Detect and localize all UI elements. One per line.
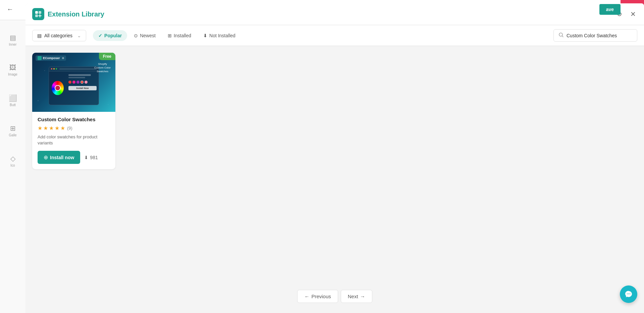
- icon-item-icon: ◇: [10, 154, 15, 163]
- search-value: Custom Color Swatches: [567, 33, 617, 38]
- filter-tab-newest[interactable]: ⊙ Newest: [128, 30, 161, 41]
- modal-title: Extension Library: [48, 10, 104, 18]
- swatch-red-2: [80, 81, 84, 84]
- icon-item-label: Ico: [10, 164, 15, 167]
- search-box[interactable]: Custom Color Swatches: [553, 29, 637, 42]
- inner-icon: ▤: [10, 34, 16, 42]
- card-image-title-shopify: Shopify: [94, 62, 111, 66]
- prev-icon: ←: [304, 294, 309, 299]
- card-badge: Free: [99, 53, 115, 60]
- preview-line-1: [68, 74, 91, 76]
- install-plus-icon: ⊕: [44, 154, 48, 161]
- sidebar-item-image: 🖼 Image: [0, 64, 25, 76]
- newest-label: Newest: [140, 33, 156, 38]
- button-icon: ⬜: [9, 94, 17, 102]
- category-label: All categories: [44, 33, 72, 38]
- card-image: ✦ ✦ ✦ ✦ ✦ EComposer Free: [32, 53, 115, 112]
- close-icon: ✕: [630, 10, 636, 18]
- button-label: Butt: [10, 103, 16, 107]
- preview-install-btn: Install Now: [68, 86, 97, 90]
- extensions-grid: ✦ ✦ ✦ ✦ ✦ EComposer Free: [32, 53, 637, 169]
- svg-point-6: [630, 294, 630, 294]
- installed-icon: ⊞: [168, 33, 172, 38]
- color-wheel-center: [55, 85, 61, 91]
- sidebar-item-button: ⬜ Butt: [0, 94, 25, 107]
- color-wheel: [52, 81, 64, 95]
- modal-logo: Extension Library: [32, 8, 104, 20]
- chevron-down-icon: ⌄: [77, 33, 81, 38]
- image-icon: 🖼: [9, 64, 16, 72]
- back-icon: ←: [7, 5, 13, 13]
- card-description: Add color swatches for product variants: [38, 134, 110, 146]
- previous-button[interactable]: ← Previous: [297, 290, 338, 303]
- back-button[interactable]: ←: [7, 5, 13, 13]
- save-label: ave: [606, 7, 614, 12]
- window-dot-yellow: [53, 68, 55, 70]
- preview-info-area: Install Now: [66, 72, 99, 105]
- next-label: Next: [348, 294, 358, 299]
- install-button[interactable]: ⊕ Install now: [38, 151, 80, 164]
- star-decoration-4: ✦: [108, 104, 109, 105]
- star-2: ★: [43, 125, 48, 131]
- sidebar-item-gallery: ⊞ Galle: [0, 124, 25, 137]
- save-button[interactable]: ave: [599, 4, 621, 15]
- window-content: Install Now: [49, 72, 99, 105]
- download-number: 981: [90, 155, 98, 160]
- color-wheel-area: [49, 72, 66, 105]
- card-image-title-custom: Custom Color: [94, 66, 111, 70]
- chat-bubble[interactable]: [620, 285, 637, 303]
- preview-line-2: [68, 77, 85, 78]
- card-actions: ⊕ Install now ⬇ 981: [38, 151, 110, 164]
- sidebar-item-inner: ▤ Inner: [0, 34, 25, 46]
- close-button[interactable]: ✕: [629, 9, 637, 19]
- star-decoration-3: ✦: [37, 99, 39, 102]
- card-stars: ★ ★ ★ ★ ★ (9): [38, 125, 110, 131]
- svg-point-5: [628, 294, 629, 294]
- star-3: ★: [49, 125, 54, 131]
- card-title: Custom Color Swatches: [38, 117, 110, 122]
- install-label: Install now: [50, 155, 74, 160]
- swatch-pink: [72, 81, 75, 84]
- filter-tabs: ✓ Popular ⊙ Newest ⊞ Installed ⬇ Not Ins…: [93, 30, 553, 41]
- filter-tab-popular[interactable]: ✓ Popular: [93, 30, 127, 41]
- swatch-purple: [76, 81, 79, 84]
- card-image-title-swatches: Swatches: [94, 70, 111, 73]
- card-preview-window: Install Now: [49, 66, 99, 105]
- search-icon: [558, 32, 564, 39]
- card-body: Custom Color Swatches ★ ★ ★ ★ ★ (9) Add …: [32, 112, 115, 169]
- swatches-row: [68, 81, 97, 84]
- previous-label: Previous: [311, 294, 331, 299]
- image-label: Image: [8, 73, 17, 76]
- filter-tab-installed[interactable]: ⊞ Installed: [162, 30, 197, 41]
- pagination: ← Previous Next →: [32, 283, 637, 306]
- category-icon: ▤: [37, 33, 42, 38]
- inner-label: Inner: [9, 43, 17, 46]
- swatch-red: [68, 81, 71, 84]
- card-logo-dot: [62, 57, 64, 59]
- logo-icon: [32, 8, 44, 20]
- window-dot-green: [56, 68, 57, 70]
- svg-rect-0: [35, 11, 38, 14]
- next-button[interactable]: Next →: [341, 290, 372, 303]
- category-select[interactable]: ▤ All categories ⌄: [32, 30, 86, 41]
- popular-label: Popular: [104, 33, 122, 38]
- download-icon: ⬇: [84, 155, 88, 160]
- svg-rect-1: [39, 11, 41, 14]
- window-dot-red: [51, 68, 52, 70]
- not-installed-icon: ⬇: [203, 33, 207, 38]
- gallery-label: Galle: [9, 133, 16, 137]
- svg-point-4: [627, 294, 628, 294]
- card-logo-icon: [38, 56, 42, 60]
- card-logo-text: EComposer: [43, 56, 60, 60]
- extension-card-custom-color-swatches[interactable]: ✦ ✦ ✦ ✦ ✦ EComposer Free: [32, 53, 115, 169]
- newest-icon: ⊙: [134, 33, 138, 38]
- gallery-icon: ⊞: [10, 124, 16, 132]
- filter-tab-not-installed[interactable]: ⬇ Not Installed: [198, 30, 241, 41]
- sidebar-item-icon: ◇ Ico: [0, 154, 25, 167]
- svg-rect-2: [35, 14, 38, 17]
- star-5: ★: [60, 125, 65, 131]
- window-address-bar: [59, 68, 97, 70]
- star-1: ★: [38, 125, 42, 131]
- extension-library-modal: Extension Library ↻ ✕ ▤ All categories ⌄…: [25, 3, 644, 313]
- modal-header: Extension Library ↻ ✕: [25, 3, 644, 25]
